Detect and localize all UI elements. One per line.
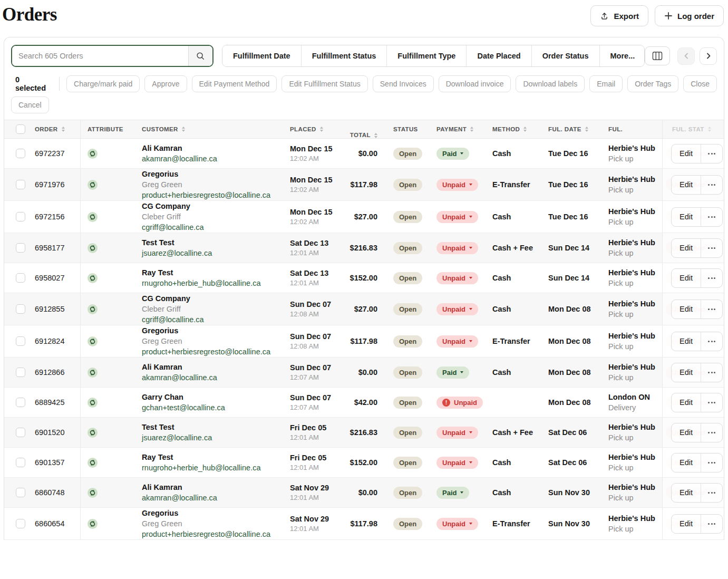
- log-order-button[interactable]: Log order: [655, 5, 724, 26]
- filter-fulfillment-type[interactable]: Fulfillment Type: [386, 45, 466, 66]
- payment-status-badge[interactable]: Paid: [436, 148, 469, 160]
- row-checkbox[interactable]: [16, 458, 25, 467]
- search-icon[interactable]: [188, 46, 212, 66]
- sort-icon[interactable]: [182, 127, 185, 132]
- order-number[interactable]: 6912855: [35, 305, 80, 313]
- payment-status-badge[interactable]: Unpaid: [436, 427, 478, 439]
- customer-email[interactable]: jsuarez@localline.ca: [142, 432, 279, 443]
- customer-email[interactable]: product+herbiesregresto@localline.ca: [142, 190, 279, 200]
- customer-email[interactable]: akamran@localline.ca: [142, 493, 279, 503]
- filter-fulfillment-status[interactable]: Fulfillment Status: [301, 45, 387, 66]
- edit-order-button[interactable]: Edit: [672, 144, 701, 163]
- columns-icon[interactable]: [645, 46, 670, 65]
- customer-email[interactable]: jsuarez@localline.ca: [142, 248, 279, 258]
- sort-icon[interactable]: [585, 127, 588, 132]
- order-number[interactable]: 6958177: [35, 244, 80, 252]
- column-header-placed[interactable]: PLACED: [290, 126, 316, 132]
- customer-email[interactable]: product+herbiesregresto@localline.ca: [142, 346, 279, 357]
- more-actions-button[interactable]: [701, 176, 722, 194]
- column-header-method[interactable]: METHOD: [492, 126, 520, 132]
- more-actions-button[interactable]: [701, 269, 722, 287]
- payment-status-badge[interactable]: Unpaid: [436, 242, 478, 254]
- edit-order-button[interactable]: Edit: [672, 208, 701, 226]
- row-checkbox[interactable]: [16, 488, 25, 497]
- bulk-download-labels[interactable]: Download labels: [516, 75, 585, 92]
- edit-order-button[interactable]: Edit: [672, 269, 701, 287]
- select-all-checkbox[interactable]: [16, 124, 25, 134]
- more-actions-button[interactable]: [701, 332, 722, 351]
- order-number[interactable]: 6912866: [35, 368, 80, 377]
- sort-icon[interactable]: [374, 133, 377, 138]
- more-actions-button[interactable]: [701, 363, 722, 382]
- payment-status-badge[interactable]: Unpaid: [436, 518, 478, 530]
- row-checkbox[interactable]: [16, 243, 25, 253]
- next-page-button[interactable]: [700, 47, 717, 65]
- bulk-close[interactable]: Close: [683, 75, 717, 92]
- edit-order-button[interactable]: Edit: [672, 300, 701, 319]
- row-checkbox[interactable]: [16, 398, 25, 407]
- order-number[interactable]: 6912824: [35, 337, 80, 345]
- more-actions-button[interactable]: [701, 484, 722, 502]
- bulk-charge-mark-paid[interactable]: Charge/mark paid: [66, 75, 140, 92]
- export-button[interactable]: Export: [590, 5, 648, 26]
- order-number[interactable]: 6860748: [35, 488, 80, 497]
- row-checkbox[interactable]: [16, 519, 25, 528]
- payment-status-badge[interactable]: Unpaid: [436, 272, 478, 284]
- order-number[interactable]: 6860654: [35, 519, 80, 528]
- payment-status-badge[interactable]: Unpaid: [436, 179, 478, 191]
- sort-icon[interactable]: [523, 127, 527, 132]
- more-actions-button[interactable]: [701, 453, 722, 472]
- payment-status-badge[interactable]: Unpaid: [436, 335, 478, 348]
- bulk-approve[interactable]: Approve: [144, 75, 187, 92]
- filter-date-placed[interactable]: Date Placed: [466, 45, 531, 66]
- edit-order-button[interactable]: Edit: [672, 515, 701, 533]
- customer-email[interactable]: product+herbiesregresto@localline.ca: [142, 529, 279, 539]
- payment-status-badge[interactable]: Paid: [436, 487, 469, 499]
- row-checkbox[interactable]: [16, 180, 25, 189]
- payment-status-badge[interactable]: Unpaid: [436, 303, 478, 315]
- row-checkbox[interactable]: [16, 336, 25, 346]
- column-header-stat[interactable]: FUL. STAT: [672, 126, 704, 132]
- edit-order-button[interactable]: Edit: [672, 239, 701, 257]
- edit-order-button[interactable]: Edit: [672, 393, 701, 412]
- more-actions-button[interactable]: [701, 393, 722, 412]
- order-number[interactable]: 6971976: [35, 180, 80, 189]
- bulk-edit-fulfillment-status[interactable]: Edit Fulfillment Status: [282, 75, 367, 92]
- customer-email[interactable]: cgriff@localline.ca: [142, 314, 279, 325]
- bulk-order-tags[interactable]: Order Tags: [627, 75, 678, 92]
- customer-email[interactable]: akamran@localline.ca: [142, 153, 279, 164]
- edit-order-button[interactable]: Edit: [672, 423, 701, 442]
- column-header-total[interactable]: TOTAL: [350, 132, 371, 138]
- row-checkbox[interactable]: [16, 273, 25, 283]
- sort-icon[interactable]: [470, 127, 473, 132]
- prev-page-button[interactable]: [677, 47, 695, 65]
- more-actions-button[interactable]: [701, 144, 722, 163]
- customer-email[interactable]: gchan+test@localline.ca: [142, 402, 279, 413]
- payment-status-badge[interactable]: Unpaid: [436, 457, 478, 469]
- customer-email[interactable]: rnugroho+herbie_hub@localline.ca: [142, 278, 279, 288]
- payment-status-badge[interactable]: Paid: [436, 366, 469, 379]
- bulk-send-invoices[interactable]: Send Invoices: [373, 75, 434, 92]
- column-header-order[interactable]: ORDER: [35, 126, 58, 132]
- order-number[interactable]: 6901520: [35, 428, 80, 437]
- filter-more[interactable]: More...: [599, 45, 645, 66]
- row-checkbox[interactable]: [16, 212, 25, 221]
- customer-email[interactable]: akamran@localline.ca: [142, 372, 279, 383]
- sort-icon[interactable]: [708, 127, 711, 132]
- more-actions-button[interactable]: [701, 515, 722, 533]
- bulk-email[interactable]: Email: [589, 75, 623, 92]
- edit-order-button[interactable]: Edit: [672, 363, 701, 382]
- edit-order-button[interactable]: Edit: [672, 484, 701, 502]
- row-checkbox[interactable]: [16, 149, 25, 158]
- edit-order-button[interactable]: Edit: [672, 453, 701, 472]
- edit-order-button[interactable]: Edit: [672, 176, 701, 194]
- order-number[interactable]: 6972156: [35, 213, 80, 221]
- more-actions-button[interactable]: [701, 423, 722, 442]
- sort-icon[interactable]: [62, 127, 65, 132]
- sort-icon[interactable]: [320, 127, 323, 132]
- bulk-edit-payment-method[interactable]: Edit Payment Method: [192, 75, 277, 92]
- row-checkbox[interactable]: [16, 428, 25, 437]
- bulk-download-invoice[interactable]: Download invoice: [439, 75, 511, 92]
- order-number[interactable]: 6889425: [35, 398, 80, 407]
- more-actions-button[interactable]: [701, 208, 722, 226]
